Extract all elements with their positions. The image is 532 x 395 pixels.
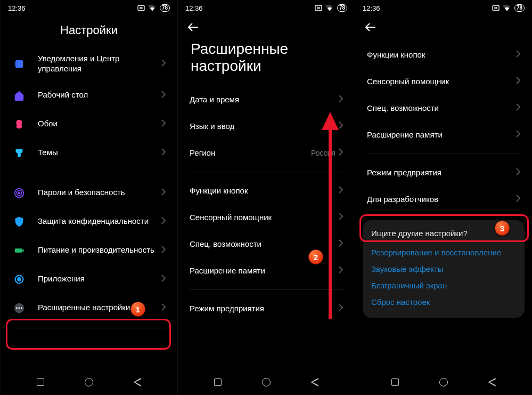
item-label: Дата и время: [190, 95, 339, 105]
nav-recents-button[interactable]: [388, 375, 402, 389]
svg-rect-5: [15, 248, 23, 252]
chevron-right-icon: [161, 119, 166, 129]
item-wallpaper[interactable]: Обои: [1, 110, 177, 139]
chevron-right-icon: [161, 275, 166, 284]
item-date-time[interactable]: Дата и время: [178, 86, 355, 113]
link-fullscreen[interactable]: Безграничный экран: [371, 277, 516, 294]
divider: [12, 173, 166, 173]
group-a: Дата и время Язык и ввод Регион Россия: [178, 86, 355, 166]
status-bar: 12:36 78: [355, 0, 532, 16]
apps-icon: [12, 272, 26, 286]
item-label: Уведомления и Центр управления: [38, 54, 161, 74]
home-icon: [12, 88, 26, 102]
divider: [12, 328, 166, 328]
notifications-icon: [12, 57, 26, 71]
item-privacy[interactable]: Защита конфиденциальности: [1, 207, 177, 236]
item-developer-options[interactable]: Для разработчиков: [355, 186, 532, 213]
status-time: 12:36: [363, 4, 380, 12]
item-value: Россия: [311, 149, 335, 157]
status-time: 12:36: [8, 4, 26, 12]
item-accessibility[interactable]: Спец. возможности: [355, 95, 532, 122]
annotation-badge-2: 2: [308, 249, 323, 264]
chevron-right-icon: [161, 91, 166, 100]
item-label: Расширение памяти: [190, 266, 339, 276]
chevron-right-icon: [339, 266, 343, 276]
svg-point-4: [19, 192, 20, 194]
item-label: Функции кнопок: [367, 50, 516, 60]
item-label: Для разработчиков: [367, 195, 516, 205]
additional-settings-scrolled: Функции кнопок Сенсорный помощник Спец. …: [355, 16, 532, 369]
more-icon: [12, 301, 26, 315]
nav-home-button[interactable]: [437, 375, 451, 389]
chevron-right-icon: [339, 186, 343, 196]
item-label: Спец. возможности: [190, 239, 339, 249]
svg-rect-1: [15, 60, 23, 68]
item-additional-settings[interactable]: Расширенные настройки: [1, 294, 177, 323]
chevron-right-icon: [161, 246, 166, 255]
shield-icon: [12, 215, 26, 229]
item-quick-ball[interactable]: Сенсорный помощник: [178, 204, 355, 231]
nav-home-button[interactable]: [259, 375, 273, 389]
group-a: Функции кнопок Сенсорный помощник Спец. …: [355, 42, 532, 148]
group-c: Режим предприятия: [178, 295, 355, 322]
nav-recents-button[interactable]: [211, 375, 225, 389]
item-memory-extension[interactable]: Расширение памяти: [355, 122, 532, 148]
divider: [190, 172, 343, 172]
page-title: Настройки: [1, 16, 177, 47]
item-label: Сенсорный помощник: [367, 77, 516, 87]
status-icons: 78: [315, 4, 347, 12]
back-button[interactable]: [365, 22, 375, 33]
chevron-right-icon: [516, 103, 520, 113]
item-quick-ball[interactable]: Сенсорный помощник: [355, 68, 532, 95]
item-label: Режим предприятия: [367, 168, 516, 178]
chevron-right-icon: [516, 77, 520, 86]
page-title: Расширенные настройки: [178, 36, 355, 86]
link-factory-reset[interactable]: Сброс настроек: [371, 294, 516, 310]
wifi-icon: [148, 5, 157, 11]
item-language-input[interactable]: Язык и ввод: [178, 113, 355, 140]
nav-back-button[interactable]: [130, 375, 144, 389]
item-button-functions[interactable]: Функции кнопок: [355, 42, 532, 68]
chevron-right-icon: [339, 304, 343, 313]
item-enterprise-mode[interactable]: Режим предприятия: [355, 159, 532, 186]
wifi-icon: [503, 5, 511, 11]
item-accessibility[interactable]: Спец. возможности: [178, 231, 355, 257]
item-button-functions[interactable]: Функции кнопок: [178, 178, 355, 204]
nav-back-button[interactable]: [485, 375, 499, 389]
item-home-screen[interactable]: Рабочий стол: [1, 81, 177, 110]
svg-point-10: [16, 307, 18, 309]
chevron-right-icon: [516, 50, 520, 60]
item-label: Приложения: [38, 274, 161, 284]
nav-back-button[interactable]: [308, 375, 322, 389]
back-row: [355, 16, 532, 36]
item-passwords-security[interactable]: Пароли и безопасность: [1, 179, 177, 207]
chevron-right-icon: [161, 217, 166, 227]
settings-list-group-1: Уведомления и Центр управления Рабочий с…: [1, 47, 177, 167]
item-region[interactable]: Регион Россия: [178, 140, 355, 166]
chevron-right-icon: [339, 239, 343, 249]
status-bar: 12:36 78: [178, 0, 355, 16]
item-label: Пароли и безопасность: [38, 188, 161, 198]
item-label: Функции кнопок: [190, 186, 339, 196]
back-button[interactable]: [187, 22, 198, 33]
status-icons: 78: [492, 4, 525, 12]
additional-settings-content: Расширенные настройки Дата и время Язык …: [178, 16, 355, 369]
link-sound-effects[interactable]: Звуковые эффекты: [371, 261, 516, 277]
annotation-badge-3: 3: [495, 221, 510, 236]
do-not-disturb-icon: [492, 5, 500, 11]
item-memory-extension[interactable]: Расширение памяти: [178, 257, 355, 284]
item-label: Расширение памяти: [367, 130, 516, 140]
chevron-right-icon: [161, 188, 166, 198]
chevron-right-icon: [516, 130, 520, 140]
themes-icon: [12, 146, 26, 160]
item-enterprise-mode[interactable]: Режим предприятия: [178, 295, 355, 322]
chevron-right-icon: [339, 213, 343, 222]
link-backup-restore[interactable]: Резервирование и восстановление: [371, 244, 516, 261]
item-notifications[interactable]: Уведомления и Центр управления: [1, 47, 177, 81]
item-label: Спец. возможности: [367, 103, 516, 114]
item-apps[interactable]: Приложения: [1, 265, 177, 294]
item-battery[interactable]: Питание и производительность: [1, 236, 177, 265]
nav-recents-button[interactable]: [34, 375, 47, 389]
nav-home-button[interactable]: [82, 375, 96, 389]
item-themes[interactable]: Темы: [1, 139, 177, 167]
